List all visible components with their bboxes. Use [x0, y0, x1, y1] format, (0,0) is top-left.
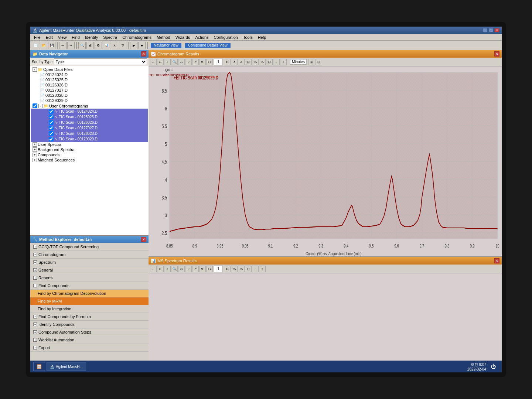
tic-checkbox-127027[interactable] [49, 126, 54, 130]
stop-button[interactable]: ■ [138, 42, 146, 49]
chrom-percent2-btn[interactable]: % [259, 59, 266, 65]
minimize-button[interactable]: _ [482, 28, 488, 33]
ms-arrow-btn[interactable]: ↗ [192, 266, 199, 272]
chrom-collapse-btn[interactable]: ⊟ [316, 59, 322, 65]
menu-find[interactable]: Find [69, 35, 82, 40]
method-item-worklist[interactable]: + Worklist Automation [30, 336, 149, 344]
ms-refresh-btn[interactable]: ↺ [199, 266, 206, 272]
method-item-export[interactable]: + Export [30, 344, 149, 352]
chrom-minus-btn[interactable]: − [273, 59, 280, 65]
chrom-bar-btn[interactable]: ⑆ [224, 59, 231, 65]
menu-edit[interactable]: Edit [44, 35, 55, 40]
tic-scan-128028[interactable]: ∿ TIC Scan - 00128028.D [31, 131, 148, 136]
sort-dropdown[interactable]: Type [54, 58, 147, 65]
chrom-zoom-btn[interactable]: ⇔ [157, 59, 164, 65]
tic-scan-124024[interactable]: ∿ TIC Scan - 00124024.D [31, 109, 148, 114]
user-chrom-checkbox[interactable] [33, 103, 37, 108]
open-button[interactable]: 📂 [40, 42, 47, 49]
chrom-peak2-btn[interactable]: ∧ [231, 59, 238, 65]
tic-scan-129029[interactable]: ∿ TIC Scan - 00129029.D [31, 136, 148, 142]
file-00128028[interactable]: 📄 00128028.D [31, 93, 148, 98]
ms-minus-btn[interactable]: − [252, 266, 259, 272]
menu-help[interactable]: Help [256, 35, 269, 40]
chart-button[interactable]: 📊 [103, 42, 110, 49]
menu-spectra[interactable]: Spectra [101, 35, 119, 40]
chrom-expand-btn[interactable]: ⊞ [308, 59, 315, 65]
undo-button[interactable]: ↩ [59, 42, 66, 49]
menu-actions[interactable]: Actions [193, 35, 211, 40]
ms-percent-btn[interactable]: % [231, 266, 238, 272]
ms-grid-btn[interactable]: ⊟ [245, 266, 252, 272]
title-bar-controls[interactable]: _ □ ✕ [482, 28, 499, 33]
ms-auto-btn[interactable]: C [206, 266, 213, 272]
tic-scan-125025[interactable]: ∿ TIC Scan - 00125025.D [31, 114, 148, 120]
chrom-refresh-btn[interactable]: ↺ [199, 59, 206, 65]
chrom-close-btn[interactable]: ✕ [494, 51, 499, 57]
menu-wizards[interactable]: Wizards [173, 35, 192, 40]
chrom-rect-btn[interactable]: ▭ [178, 59, 185, 65]
menu-file[interactable]: File [32, 35, 43, 40]
method-item-find-integration[interactable]: Find by Integration [30, 305, 149, 313]
chrom-plus-btn[interactable]: + [164, 59, 171, 65]
method-item-automation[interactable]: + Compound Automation Steps [30, 328, 149, 336]
ms-plus-btn[interactable]: + [164, 266, 171, 272]
method-item-general[interactable]: + General [30, 266, 149, 274]
redo-button[interactable]: ↪ [67, 42, 75, 49]
power-button[interactable]: ⏻ [488, 364, 499, 369]
file-00127027[interactable]: 📄 00127027.D [31, 88, 148, 93]
user-chromatograms-item[interactable]: - 📁 User Chromatograms [31, 103, 148, 109]
method-item-find-mrm[interactable]: Find by MRM [30, 297, 149, 305]
chrom-export-btn[interactable]: ⊞ [245, 59, 252, 65]
menu-chromatograms[interactable]: Chromatograms [120, 35, 154, 40]
taskbar-masshunter[interactable]: 🔬 Agilent MassH... [47, 362, 86, 371]
new-button[interactable]: 📄 [32, 42, 39, 49]
chrom-peak-btn[interactable]: ⟋ [185, 59, 192, 65]
file-00126026[interactable]: 📄 00126026.D [31, 82, 148, 88]
background-spectra-item[interactable]: + Background Spectra [31, 147, 148, 152]
ms-percent2-btn[interactable]: % [238, 266, 245, 272]
filter-button[interactable]: ▽ [119, 42, 126, 49]
tic-scan-127027[interactable]: ∿ TIC Scan - 00127027.D [31, 125, 148, 131]
ms-cursor-btn[interactable]: ↔ [150, 266, 157, 272]
zoom-button[interactable]: 🔍 [78, 42, 86, 49]
chrom-arrow-btn[interactable]: ↗ [192, 59, 199, 65]
tic-scan-126026[interactable]: ∿ TIC Scan - 00126026.D [31, 120, 148, 125]
close-button[interactable]: ✕ [494, 28, 499, 33]
tic-checkbox-126026[interactable] [49, 120, 54, 125]
chrom-plus2-btn[interactable]: + [280, 59, 287, 65]
run-button[interactable]: ▶ [130, 42, 137, 49]
chrom-auto-btn[interactable]: C [206, 59, 213, 65]
file-00124024[interactable]: 📄 00124024.D [31, 72, 148, 77]
method-item-reports[interactable]: + Reports [30, 274, 149, 282]
print-button[interactable]: 🖨 [86, 42, 94, 49]
user-spectra-item[interactable]: + User Spectra [31, 142, 148, 147]
peak-button[interactable]: ∧ [111, 42, 118, 49]
save-button[interactable]: 💾 [48, 42, 55, 49]
method-item-chrom-deconv[interactable]: Find by Chromatogram Deconvolution [30, 290, 149, 297]
matched-sequences-item[interactable]: + Matched Sequences [31, 157, 148, 163]
tic-checkbox-125025[interactable] [49, 115, 54, 119]
method-item-identify[interactable]: + Identify Compounds [30, 321, 149, 328]
method-item-find-compounds[interactable]: - Find Compounds [30, 282, 149, 290]
file-00125025[interactable]: 📄 00125025.D [31, 77, 148, 82]
open-data-files-item[interactable]: - 📁 Open Data Files [31, 67, 148, 72]
tic-checkbox-124024[interactable] [49, 109, 54, 114]
tic-checkbox-128028[interactable] [49, 131, 54, 136]
chrom-grid-btn[interactable]: ⊟ [266, 59, 273, 65]
ms-bar-btn[interactable]: ⑆ [224, 266, 231, 272]
menu-method[interactable]: Method [154, 35, 173, 40]
menu-tools[interactable]: Tools [241, 35, 255, 40]
method-item-spectrum[interactable]: + Spectrum [30, 259, 149, 266]
chrom-label-btn[interactable]: A [238, 59, 245, 65]
ms-close-btn[interactable]: ✕ [494, 258, 499, 263]
menu-configuration[interactable]: Configuration [212, 35, 240, 40]
start-button[interactable]: 🪟 [33, 362, 45, 371]
chrom-cursor-btn[interactable]: ↔ [150, 59, 157, 65]
ms-zoom-btn[interactable]: ⇔ [157, 266, 164, 272]
ms-plus2-btn[interactable]: + [259, 266, 266, 272]
compounds-item[interactable]: + Compounds [31, 152, 148, 157]
maximize-button[interactable]: □ [488, 28, 494, 33]
method-item-find-formula[interactable]: + Find Compounds by Formula [30, 313, 149, 321]
menu-view[interactable]: View [56, 35, 69, 40]
settings-button[interactable]: ⚙ [95, 42, 102, 49]
